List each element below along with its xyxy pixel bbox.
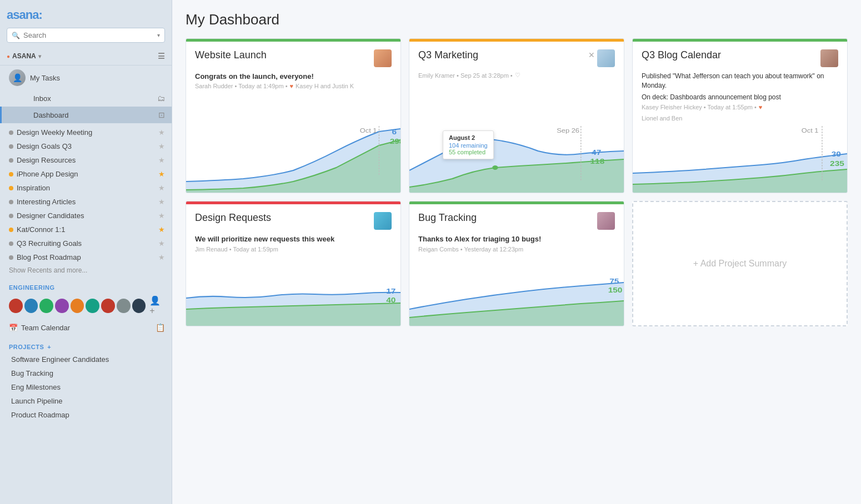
project-label: Design Goals Q3 <box>17 142 155 150</box>
add-team-member-button[interactable]: 👤+ <box>149 295 165 316</box>
sidebar-project-item[interactable]: Design Weekly Meeting ★ <box>0 125 172 139</box>
avatar <box>55 299 69 313</box>
sidebar-item-label: My Tasks <box>30 74 165 82</box>
dashboard-grid: Website Launch Congrats on the launch, e… <box>186 38 848 326</box>
card-chart-bug: 75 150 <box>409 259 624 326</box>
calendar-icon: 📅 <box>9 324 18 332</box>
add-project-button[interactable]: + <box>47 344 51 350</box>
section-label: PROJECTS <box>9 344 44 350</box>
avatar <box>374 212 392 230</box>
sidebar-project-item-iphone[interactable]: iPhone App Design ★ <box>0 167 172 181</box>
svg-text:17: 17 <box>386 287 396 295</box>
close-icon[interactable]: ✕ <box>588 51 595 59</box>
card-message: We will prioritize new requests this wee… <box>195 234 392 244</box>
star-icon[interactable]: ★ <box>158 170 165 178</box>
svg-point-5 <box>492 165 498 170</box>
team-avatars: 👤+ <box>0 293 172 320</box>
sidebar-header: asana: 🔍 ▾ <box>0 0 172 47</box>
asana-logo: asana: <box>7 8 165 22</box>
eng-project-item[interactable]: Bug Tracking <box>0 366 172 380</box>
star-icon[interactable]: ★ <box>158 142 165 150</box>
avatar <box>71 299 84 313</box>
card-meta: Reigan Combs • Yesterday at 12:23pm <box>418 246 615 253</box>
add-project-label: + Add Project Summary <box>693 259 787 269</box>
avatar <box>132 299 146 313</box>
engineering-section-header: ENGINEERING <box>0 279 172 293</box>
project-label: Inspiration <box>17 184 155 192</box>
sidebar-item-dashboard[interactable]: Dashboard ⊡ <box>0 107 172 123</box>
workspace-row: ● ASANA ▾ ☰ <box>0 47 172 65</box>
sidebar-project-item[interactable]: Blog Post Roadmap ★ <box>0 250 172 264</box>
sidebar-project-item[interactable]: Q3 Recruiting Goals ★ <box>0 236 172 250</box>
chevron-down-icon[interactable]: ▾ <box>157 32 160 38</box>
sidebar-item-label: Team Calendar <box>21 324 70 332</box>
search-icon: 🔍 <box>12 32 20 39</box>
avatar <box>101 299 115 313</box>
eng-project-item[interactable]: Launch Pipeline <box>0 394 172 408</box>
card-meta: Sarah Rudder • Today at 1:49pm • ♥ Kasey… <box>195 83 392 89</box>
project-label: Kat/Connor 1:1 <box>17 225 155 234</box>
eng-project-item[interactable]: Software Engineer Candidates <box>0 352 172 366</box>
svg-text:150: 150 <box>608 286 623 294</box>
star-icon[interactable]: ★ <box>158 225 165 234</box>
avatar: 👤 <box>9 69 26 86</box>
show-recents-link[interactable]: Show Recents and more... <box>0 264 172 276</box>
eng-project-item[interactable]: Product Roadmap <box>0 408 172 422</box>
project-card-website-launch: Website Launch Congrats on the launch, e… <box>186 38 401 193</box>
svg-text:Sep 26: Sep 26 <box>557 128 579 134</box>
sidebar-project-item[interactable]: Designer Candidates ★ <box>0 209 172 223</box>
svg-text:235: 235 <box>830 160 844 168</box>
project-label: Design Weekly Meeting <box>17 128 155 137</box>
card-message: Thanks to Alex for triaging 10 bugs! <box>418 234 615 244</box>
design-projects-section: Design Weekly Meeting ★ Design Goals Q3 … <box>0 123 172 279</box>
project-label: Interesting Articles <box>17 198 155 206</box>
sidebar-item-label: Dashboard <box>33 111 154 119</box>
project-card-bug-tracking: Bug Tracking Thanks to Alex for triaging… <box>409 201 624 326</box>
avatar <box>597 49 615 67</box>
project-label: Designer Candidates <box>17 211 155 220</box>
svg-text:Oct 1: Oct 1 <box>360 128 377 134</box>
project-label: Blog Post Roadmap <box>17 253 155 261</box>
sidebar-toggle-icon[interactable]: ☰ <box>158 52 165 61</box>
workspace-chevron-icon[interactable]: ▾ <box>38 53 41 59</box>
sidebar-item-team-calendar[interactable]: 📅 Team Calendar 📋 <box>0 320 172 335</box>
star-icon[interactable]: ★ <box>158 253 165 261</box>
workspace-name: ASANA <box>12 52 36 60</box>
sidebar-item-my-tasks[interactable]: 👤 My Tasks <box>0 65 172 90</box>
star-icon[interactable]: ★ <box>158 211 165 220</box>
sidebar-project-item[interactable]: Interesting Articles ★ <box>0 195 172 209</box>
search-input[interactable] <box>23 31 154 39</box>
add-project-card[interactable]: + Add Project Summary <box>632 201 848 326</box>
svg-text:30: 30 <box>832 150 842 158</box>
project-label: Design Resources <box>17 156 155 164</box>
star-icon[interactable]: ★ <box>158 128 165 137</box>
star-icon[interactable]: ★ <box>158 198 165 206</box>
star-icon[interactable]: ★ <box>158 156 165 164</box>
project-card-q3-marketing: Q3 Marketing ✕ Emily Kramer • Sep 25 at … <box>409 38 624 193</box>
card-meta: Emily Kramer • Sep 25 at 3:28pm • ♡ <box>418 72 615 79</box>
page-title: My Dashboard <box>186 11 848 28</box>
search-bar[interactable]: 🔍 ▾ <box>7 28 165 43</box>
calendar-view-icon: 📋 <box>156 323 165 332</box>
sidebar-project-item[interactable]: Design Goals Q3 ★ <box>0 139 172 153</box>
svg-text:6: 6 <box>392 128 397 136</box>
section-label: ENGINEERING <box>9 284 55 291</box>
avatar <box>374 49 392 67</box>
avatar <box>597 212 615 230</box>
avatar <box>820 49 838 67</box>
avatar <box>86 299 99 313</box>
sidebar-project-item-kat[interactable]: Kat/Connor 1:1 ★ <box>0 223 172 236</box>
sidebar-project-item[interactable]: Design Resources ★ <box>0 153 172 167</box>
project-card-q3-blog: Q3 Blog Calendar Published "What Jeffers… <box>632 38 848 193</box>
card-message: Congrats on the launch, everyone! <box>195 72 392 82</box>
eng-projects-header: PROJECTS + <box>0 338 172 352</box>
sidebar-project-item-inspiration[interactable]: Inspiration ★ <box>0 181 172 195</box>
sidebar-item-inbox[interactable]: Inbox 🗂 <box>0 90 172 107</box>
star-icon[interactable]: ★ <box>158 184 165 192</box>
card-title: Q3 Blog Calendar <box>642 49 816 61</box>
inbox-indicator-icon: 🗂 <box>157 94 165 103</box>
star-icon[interactable]: ★ <box>158 239 165 248</box>
eng-project-item[interactable]: Eng Milestones <box>0 380 172 394</box>
card-message: Published "What Jefferson can teach you … <box>642 72 838 90</box>
card-title: Website Launch <box>195 49 369 61</box>
